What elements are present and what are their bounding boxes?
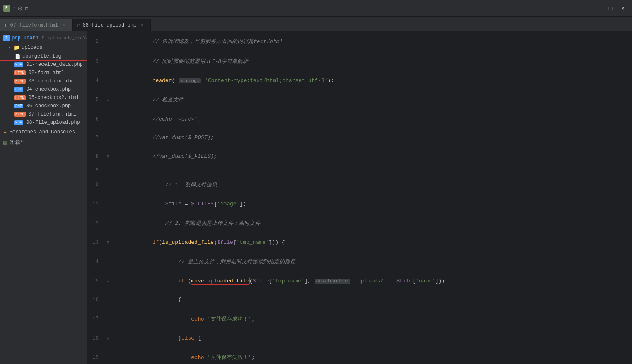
line-number: 9: [87, 166, 104, 175]
gutter: [104, 195, 112, 213]
sidebar-item-08-file-upload[interactable]: PHP 08-file_upload.php: [0, 118, 87, 127]
gutter-fold-13[interactable]: ▽: [104, 233, 112, 252]
code-line-17: 17 echo '文件保存成功！';: [87, 309, 632, 329]
sidebar-item-02-form[interactable]: HTML 02-form.html: [0, 69, 87, 77]
tab-label: 07-fileform.html: [10, 22, 58, 28]
gutter: [104, 166, 112, 175]
gutter-fold-8[interactable]: ▽: [104, 147, 112, 166]
title-bar: P · ⚙ ⇄ — □ ×: [0, 0, 632, 17]
gutter: [104, 309, 112, 329]
tab-close-button[interactable]: ×: [61, 22, 67, 29]
line-number: 4: [87, 71, 104, 90]
line-number: 2: [87, 31, 104, 51]
code-line-12: 12 // 2. 判断是否是上传文件：临时文件: [87, 213, 632, 233]
php-badge-4: PHP: [14, 120, 23, 125]
title-bar-left: P · ⚙ ⇄: [3, 4, 28, 13]
tab-file-upload-php[interactable]: P 08-file_upload.php ×: [73, 19, 151, 31]
close-button[interactable]: ×: [617, 2, 629, 14]
sidebar-label-07: 07-fileform.html: [29, 111, 76, 117]
code-content: // 检查文件: [112, 90, 632, 110]
line-number: 12: [87, 213, 104, 233]
code-line-8: 8 ▽ //var_dump($_FILES);: [87, 147, 632, 166]
html-badge-3: HTML: [14, 95, 26, 100]
code-content: // 是上传文件，则把临时文件移动到指定的路径: [112, 252, 632, 272]
scratches-icon: ✦: [3, 128, 7, 135]
toggle-icon[interactable]: ⇄: [25, 5, 28, 12]
tab-bar: H 07-fileform.html × P 08-file_upload.ph…: [0, 17, 632, 31]
code-line-5: 5 ▽ // 检查文件: [87, 90, 632, 110]
html-badge-2: HTML: [14, 79, 26, 84]
html-file-icon: H: [5, 23, 8, 28]
sidebar-item-uploads[interactable]: 📁 uploads: [0, 43, 87, 52]
sidebar: P php_learn D:\phpstudy_pro\WWW\php_lear…: [0, 31, 87, 364]
project-header[interactable]: P php_learn D:\phpstudy_pro\WWW\php_lear…: [0, 33, 87, 43]
code-line-4: 4 header( string: 'Content-type:text/htm…: [87, 71, 632, 90]
app-title: ·: [12, 5, 15, 11]
sidebar-label-02: 02-form.html: [29, 70, 64, 76]
line-number: 8: [87, 147, 104, 166]
settings-icon[interactable]: ⚙: [18, 4, 22, 13]
sidebar-item-05-checkbox2[interactable]: HTML 05-checkbox2.html: [0, 94, 87, 102]
gutter-fold-18[interactable]: ▽: [104, 329, 112, 347]
sidebar-label-courgette: courgette.log: [22, 53, 61, 59]
project-icon: P: [3, 35, 10, 41]
scratches-label: Scratches and Consoles: [9, 129, 75, 135]
line-number: 18: [87, 329, 104, 347]
ext-lib-icon: ▦: [3, 139, 7, 146]
sidebar-label-01: 01-receive_data.php: [26, 62, 83, 67]
sidebar-label-06: 06-checkbox.php: [26, 103, 71, 109]
minimize-button[interactable]: —: [592, 2, 604, 14]
ext-lib-label: 外部库: [9, 139, 24, 146]
code-content: $file = $_FILES['image'];: [112, 195, 632, 213]
line-number: 16: [87, 290, 104, 309]
code-line-15: 15 ▽ if (move_uploaded_file($file['tmp_n…: [87, 272, 632, 290]
code-line-16: 16 {: [87, 290, 632, 309]
gutter: [104, 51, 112, 71]
gutter-fold-15[interactable]: ▽: [104, 272, 112, 290]
code-line-18: 18 ▽ }else {: [87, 329, 632, 347]
tab-close-active-button[interactable]: ×: [139, 22, 145, 29]
sidebar-item-ext-lib[interactable]: ▦ 外部库: [0, 137, 87, 147]
code-content: //var_dump($_POST);: [112, 128, 632, 147]
php-badge-2: PHP: [14, 87, 23, 92]
sidebar-item-03-checkbox[interactable]: HTML 03-checkbox.html: [0, 77, 87, 85]
code-content: echo '文件保存失败！';: [112, 347, 632, 364]
gutter: [104, 347, 112, 364]
line-number: 13: [87, 233, 104, 252]
code-content: if(is_uploaded_file($file['tmp_name'])) …: [112, 233, 632, 252]
main-content: P php_learn D:\phpstudy_pro\WWW\php_lear…: [0, 31, 632, 364]
code-content: [112, 166, 632, 175]
sidebar-item-06-checkbox[interactable]: PHP 06-checkbox.php: [0, 102, 87, 110]
code-line-11: 11 $file = $_FILES['image'];: [87, 195, 632, 213]
line-number: 19: [87, 347, 104, 364]
gutter: [104, 110, 112, 128]
tab-label-active: 08-file_upload.php: [82, 22, 136, 28]
gutter-fold-5[interactable]: ▽: [104, 90, 112, 110]
app-icon: P: [3, 5, 10, 12]
maximize-button[interactable]: □: [605, 2, 616, 14]
code-content: // 同时需要浏览器用utf-8字符集解析: [112, 51, 632, 71]
code-content: {: [112, 290, 632, 309]
gutter: [104, 175, 112, 195]
tab-fileform-html[interactable]: H 07-fileform.html ×: [0, 19, 73, 31]
code-table: 2 // 告诉浏览器，当前服务器返回的内容是text/html 3 // 同时需…: [87, 31, 632, 364]
code-line-9: 9: [87, 166, 632, 175]
sidebar-item-scratches[interactable]: ✦ Scratches and Consoles: [0, 127, 87, 137]
code-line-3: 3 // 同时需要浏览器用utf-8字符集解析: [87, 51, 632, 71]
sidebar-item-01-receive[interactable]: PHP 01-receive_data.php: [0, 60, 87, 69]
line-number: 15: [87, 272, 104, 290]
sidebar-label-05: 05-checkbox2.html: [29, 95, 79, 101]
project-name: php_learn: [12, 35, 39, 41]
sidebar-label-08: 08-file_upload.php: [26, 120, 80, 125]
sidebar-label-04: 04-checkbox.php: [26, 87, 71, 92]
gutter: [104, 71, 112, 90]
line-number: 6: [87, 110, 104, 128]
sidebar-item-courgette-log[interactable]: 📄 courgette.log: [0, 52, 87, 60]
code-content: //echo '<pre>';: [112, 110, 632, 128]
code-line-14: 14 // 是上传文件，则把临时文件移动到指定的路径: [87, 252, 632, 272]
gutter: [104, 213, 112, 233]
line-number: 3: [87, 51, 104, 71]
code-content: // 2. 判断是否是上传文件：临时文件: [112, 213, 632, 233]
sidebar-item-07-fileform[interactable]: HTML 07-fileform.html: [0, 110, 87, 118]
sidebar-item-04-checkbox[interactable]: PHP 04-checkbox.php: [0, 85, 87, 94]
